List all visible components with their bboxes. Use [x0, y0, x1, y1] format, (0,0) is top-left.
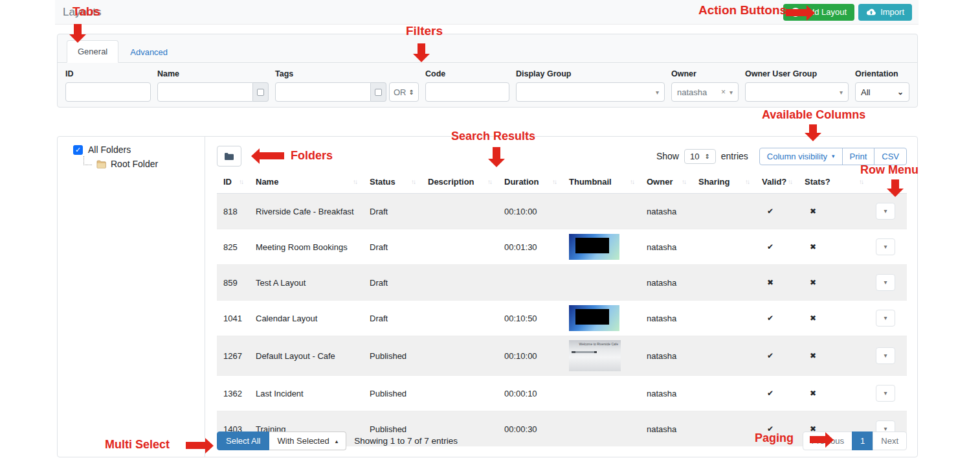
table-row[interactable]: 825 Meeting Room Bookings Draft 00:01:30… [217, 229, 907, 265]
code-input[interactable] [425, 82, 509, 102]
page-1-button[interactable]: 1 [852, 431, 873, 450]
csv-button[interactable]: CSV [874, 148, 907, 165]
annotation-folders: Folders [291, 149, 333, 163]
tags-exact-checkbox[interactable] [375, 89, 382, 96]
table-row[interactable]: 859 Test A Layout Draft natasha ✖ ✖ ▾ [217, 265, 907, 301]
import-button[interactable]: Import [858, 4, 912, 21]
cell-thumbnail: Welcome to Riverside Cafe [562, 336, 640, 376]
cell-duration [498, 265, 562, 301]
column-header-sharing[interactable]: Sharing↑↓ [692, 173, 755, 194]
annotation-tabs: Tabs [72, 5, 100, 19]
table-row[interactable]: 1362 Last Incident Published 00:00:10 na… [217, 376, 907, 411]
tab-general[interactable]: General [67, 40, 118, 63]
cell-owner: natasha [640, 376, 692, 411]
folder-toggle-button[interactable] [217, 146, 241, 167]
show-label: Show [656, 151, 679, 161]
layout-thumbnail[interactable]: Welcome to Riverside Cafe [569, 340, 621, 371]
id-label: ID [65, 69, 151, 78]
print-button[interactable]: Print [842, 148, 875, 165]
filter-field-orientation: Orientation All ⌄ [855, 69, 909, 102]
caret-down-icon: ▾ [884, 389, 887, 397]
tree-node-root-folder[interactable]: Root Folder [84, 159, 205, 169]
caret-down-icon: ▾ [884, 243, 887, 250]
row-menu-button[interactable]: ▾ [876, 203, 895, 220]
stats-icon: ✖ [798, 376, 869, 411]
valid-icon: ✖ [755, 265, 798, 301]
row-menu-button[interactable]: ▾ [876, 310, 895, 327]
entries-label: entries [721, 151, 748, 161]
stats-icon: ✖ [798, 229, 869, 265]
layout-thumbnail[interactable] [569, 305, 619, 331]
caret-down-icon: ▾ [656, 89, 659, 96]
orientation-label: Orientation [855, 69, 909, 78]
cell-name: Meeting Room Bookings [249, 229, 363, 265]
cell-status: Published [363, 336, 421, 376]
column-header-name[interactable]: Name↑↓ [249, 173, 363, 194]
column-header-owner[interactable]: Owner↑↓ [640, 173, 692, 194]
page-length-value: 10 [690, 152, 699, 161]
valid-icon: ✔ [755, 301, 798, 336]
cell-duration: 00:01:30 [498, 229, 562, 265]
clear-icon[interactable]: × [721, 87, 726, 97]
cell-duration: 00:10:00 [498, 336, 562, 376]
column-header-duration[interactable]: Duration↑↓ [498, 173, 562, 194]
column-header-valid[interactable]: Valid?↑↓ [755, 173, 798, 194]
valid-icon: ✔ [755, 194, 798, 229]
cell-description [421, 229, 498, 265]
table-row[interactable]: 1267 Default Layout - Cafe Published 00:… [217, 336, 907, 376]
select-all-button[interactable]: Select All [217, 431, 269, 450]
cell-name: Riverside Cafe - Breakfast [249, 194, 363, 229]
column-header-description[interactable]: Description↑↓ [421, 173, 498, 194]
row-menu-button[interactable]: ▾ [876, 238, 895, 255]
tab-advanced[interactable]: Advanced [120, 41, 178, 63]
tags-label: Tags [275, 69, 419, 78]
tags-input[interactable] [275, 82, 371, 102]
cell-status: Draft [363, 301, 421, 336]
tags-logic-value: OR [394, 87, 406, 97]
page-length-select[interactable]: 10 ⇕ [684, 149, 716, 164]
column-visibility-button[interactable]: Column visibility ▾ [759, 148, 843, 165]
sort-icon: ↑↓ [682, 178, 685, 185]
cell-description [421, 336, 498, 376]
cell-description [421, 194, 498, 229]
table-row[interactable]: 1041 Calendar Layout Draft 00:10:50 nata… [217, 301, 907, 336]
column-header-stats[interactable]: Stats?↑↓ [798, 173, 869, 194]
name-input[interactable] [157, 82, 253, 102]
code-label: Code [425, 69, 509, 78]
row-menu-button[interactable]: ▾ [876, 347, 895, 364]
display-group-select[interactable]: ▾ [516, 82, 665, 102]
caret-down-icon: ▾ [884, 279, 887, 286]
table-row[interactable]: 818 Riverside Cafe - Breakfast Draft 00:… [217, 194, 907, 229]
grid-toolbar-right: Show 10 ⇕ entries Column visibility ▾ Pr… [656, 148, 907, 165]
orientation-select[interactable]: All ⌄ [855, 82, 909, 102]
datatable-buttons: Column visibility ▾ Print CSV [760, 148, 907, 165]
owner-label: Owner [671, 69, 739, 78]
table-footer: Select All With Selected ▴ Showing 1 to … [217, 431, 907, 450]
with-selected-button[interactable]: With Selected ▴ [269, 431, 346, 450]
checked-checkbox-icon[interactable]: ✓ [73, 145, 83, 155]
id-input[interactable] [65, 82, 151, 102]
annotation-multi-select: Multi Select [105, 438, 170, 452]
column-header-thumbnail[interactable]: Thumbnail↑↓ [562, 173, 640, 194]
all-folders-label: All Folders [88, 144, 131, 155]
column-header-id[interactable]: ID↑↓ [217, 173, 249, 194]
filter-field-display-group: Display Group ▾ [516, 69, 665, 102]
row-menu-button[interactable]: ▾ [876, 385, 895, 402]
folder-icon [224, 152, 234, 161]
cell-name: Calendar Layout [249, 301, 363, 336]
layout-thumbnail[interactable] [569, 234, 619, 260]
next-page-button[interactable]: Next [873, 431, 907, 450]
valid-icon: ✔ [755, 336, 798, 376]
table-header-row: ID↑↓ Name↑↓ Status↑↓ Description↑↓ Durat… [217, 173, 907, 194]
caret-down-icon: ▾ [729, 89, 733, 96]
column-header-status[interactable]: Status↑↓ [363, 173, 421, 194]
cell-description [421, 265, 498, 301]
owner-select[interactable]: natasha × ▾ [671, 82, 739, 102]
owner-user-group-select[interactable]: ▾ [745, 82, 849, 102]
name-exact-checkbox[interactable] [257, 89, 264, 96]
all-folders-row[interactable]: ✓ All Folders [73, 144, 205, 155]
layouts-grid-card: ✓ All Folders Root Folder Show 10 ⇕ [57, 136, 918, 457]
row-menu-button[interactable]: ▾ [876, 274, 895, 291]
cell-owner: natasha [640, 265, 692, 301]
tags-logic-select[interactable]: OR ⇕ [389, 82, 419, 102]
